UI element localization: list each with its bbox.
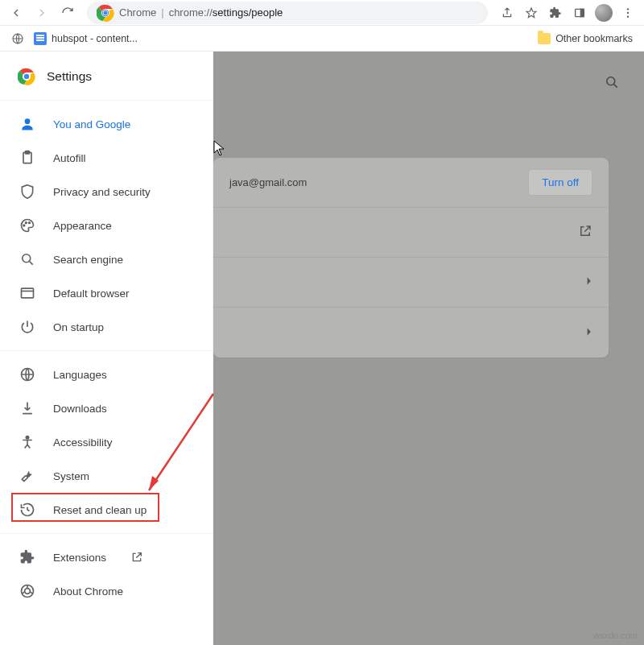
svg-point-7 <box>627 8 629 10</box>
folder-icon <box>538 33 551 44</box>
svg-rect-21 <box>22 288 34 298</box>
svg-point-13 <box>24 74 29 79</box>
open-external-icon <box>130 551 143 564</box>
svg-point-19 <box>29 222 31 224</box>
sidebar-item-system[interactable]: System <box>0 459 213 493</box>
sidebar-item-label: Downloads <box>53 403 107 415</box>
chrome-icon <box>97 4 114 22</box>
sidebar-title: Settings <box>47 69 92 84</box>
chrome-logo-icon <box>18 68 35 85</box>
other-bookmarks[interactable]: Other bookmarks <box>533 30 638 48</box>
sidebar-item-label: Extensions <box>53 552 106 564</box>
sidebar-item-label: System <box>53 470 89 482</box>
sidebar-item-label: Languages <box>53 369 107 381</box>
open-external-icon <box>578 224 592 241</box>
sidebar-item-reset-cleanup[interactable]: Reset and clean up <box>0 493 213 527</box>
card-row-3[interactable] <box>213 258 609 308</box>
share-button[interactable] <box>496 2 518 24</box>
svg-point-23 <box>26 436 28 439</box>
shield-icon <box>19 184 35 200</box>
globe-icon <box>11 32 24 45</box>
sidebar-item-label: Accessibility <box>53 436 113 449</box>
sidebar-item-label: Appearance <box>53 220 112 232</box>
sidebar-item-accessibility[interactable]: Accessibility <box>0 425 213 459</box>
omnibox-chip: Chrome <box>119 6 156 19</box>
svg-point-8 <box>627 11 629 13</box>
wrench-icon <box>19 468 35 484</box>
power-icon <box>19 319 35 335</box>
svg-rect-16 <box>26 151 30 154</box>
globe-icon <box>19 366 35 382</box>
svg-point-9 <box>627 15 629 17</box>
sidebar-item-autofill[interactable]: Autofill <box>0 141 213 175</box>
sidepanel-button[interactable] <box>568 2 591 24</box>
settings-sidebar: Settings You and Google Autofill Privacy… <box>0 52 213 645</box>
puzzle-icon <box>19 549 35 565</box>
menu-button[interactable] <box>617 2 639 24</box>
restore-icon <box>19 502 35 518</box>
svg-point-25 <box>25 589 31 594</box>
card-row-4[interactable] <box>213 308 609 358</box>
sidebar-item-default-browser[interactable]: Default browser <box>0 276 213 310</box>
svg-point-26 <box>607 77 615 85</box>
docs-icon <box>34 32 47 45</box>
email-text: java@gmail.com <box>229 176 307 188</box>
bookmarks-bar: hubspot - content... Other bookmarks <box>0 26 644 52</box>
sidebar-item-extensions[interactable]: Extensions <box>0 540 213 574</box>
download-icon <box>19 400 35 416</box>
omnibox-url: chrome://settings/people <box>169 6 283 19</box>
sidebar-item-label: Autofill <box>53 152 86 164</box>
sidebar-item-on-startup[interactable]: On startup <box>0 310 213 344</box>
sidebar-item-privacy[interactable]: Privacy and security <box>0 175 213 209</box>
sidebar-item-label: Privacy and security <box>53 186 151 198</box>
sidebar-item-label: Search engine <box>53 254 123 266</box>
sidebar-item-about-chrome[interactable]: About Chrome <box>0 574 213 608</box>
extensions-button[interactable] <box>544 2 567 24</box>
browser-toolbar: Chrome | chrome://settings/people <box>0 0 644 26</box>
person-icon <box>19 116 35 132</box>
turn-off-button[interactable]: Turn off <box>528 169 592 196</box>
page-content: Settings You and Google Autofill Privacy… <box>0 52 644 645</box>
sidebar-item-search-engine[interactable]: Search engine <box>0 242 213 276</box>
browser-icon <box>19 285 35 301</box>
card-row-2[interactable] <box>213 208 609 258</box>
svg-point-14 <box>25 118 31 124</box>
svg-point-17 <box>23 225 25 226</box>
sidebar-header: Settings <box>0 52 213 100</box>
chevron-right-icon <box>586 276 592 288</box>
bookmark-star-button[interactable] <box>520 2 543 24</box>
sidebar-item-appearance[interactable]: Appearance <box>0 209 213 242</box>
sidebar-item-label: On startup <box>53 321 104 333</box>
sidebar-item-downloads[interactable]: Downloads <box>0 391 213 425</box>
search-settings-button[interactable] <box>604 74 620 93</box>
sidebar-item-label: About Chrome <box>53 585 123 597</box>
svg-point-4 <box>103 10 107 14</box>
sidebar-item-you-and-google[interactable]: You and Google <box>0 107 213 141</box>
clipboard-icon <box>19 150 35 166</box>
settings-main: java@gmail.com Turn off wsxdn.com <box>213 52 644 645</box>
card-row-email[interactable]: java@gmail.com Turn off <box>213 158 609 208</box>
bookmark-label: hubspot - content... <box>52 33 138 44</box>
bookmark-item-globe[interactable] <box>6 29 29 48</box>
other-bookmarks-label: Other bookmarks <box>555 33 633 44</box>
forward-button[interactable] <box>31 2 53 24</box>
mouse-cursor-icon <box>213 140 225 156</box>
sidebar-item-label: You and Google <box>53 118 130 130</box>
accessibility-icon <box>19 434 35 450</box>
sync-card: java@gmail.com Turn off <box>213 158 609 358</box>
svg-point-20 <box>23 254 31 263</box>
svg-point-18 <box>26 222 27 224</box>
reload-button[interactable] <box>56 2 79 24</box>
watermark: wsxdn.com <box>593 631 638 640</box>
profile-avatar[interactable] <box>592 2 615 24</box>
svg-rect-6 <box>580 9 584 16</box>
search-icon <box>19 251 35 267</box>
palette-icon <box>19 217 35 234</box>
bookmark-item-hubspot[interactable]: hubspot - content... <box>29 29 142 48</box>
sidebar-item-label: Default browser <box>53 287 130 300</box>
chevron-right-icon <box>586 327 592 339</box>
sidebar-item-languages[interactable]: Languages <box>0 358 213 391</box>
omnibox[interactable]: Chrome | chrome://settings/people <box>87 2 488 24</box>
chrome-outline-icon <box>19 583 35 599</box>
back-button[interactable] <box>5 2 27 24</box>
